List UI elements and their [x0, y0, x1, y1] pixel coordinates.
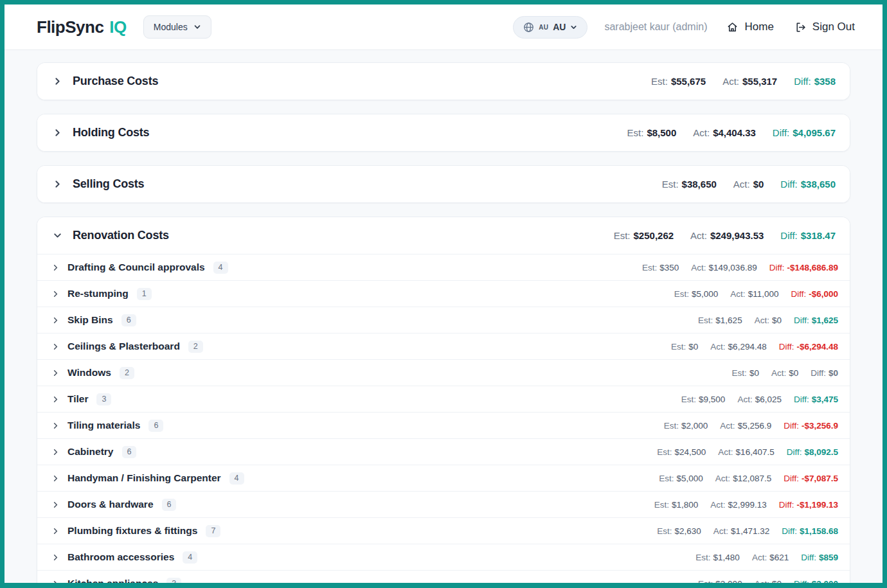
- item-count-badge: 6: [122, 446, 137, 458]
- subrow-totals: Est:$0 Act:$6,294.48 Diff:-$6,294.48: [671, 342, 838, 352]
- subrow-label: Plumbing fixtures & fittings: [67, 525, 197, 537]
- item-count-badge: 4: [229, 472, 244, 485]
- difference-value: Diff:$1,158.68: [782, 526, 838, 536]
- actual-total: Act:$55,317: [722, 76, 777, 87]
- cost-subrow[interactable]: Drafting & Council approvals 4 Est:$350 …: [37, 254, 850, 280]
- cost-subrow[interactable]: Windows 2 Est:$0 Act:$0 Diff:$0: [37, 359, 850, 386]
- locale-flag-code: AU: [539, 24, 548, 31]
- subrow-totals: Est:$9,500 Act:$6,025 Diff:$3,475: [681, 395, 838, 404]
- section-title: Renovation Costs: [73, 229, 169, 242]
- sign-out-label: Sign Out: [812, 21, 855, 33]
- section-totals: Est:$38,650 Act:$0 Diff:$38,650: [662, 179, 836, 190]
- chevron-down-icon: [53, 231, 62, 240]
- section-rows: Drafting & Council approvals 4 Est:$350 …: [37, 254, 850, 583]
- difference-value: Diff:$1,625: [794, 316, 838, 325]
- actual-total: Act:$249,943.53: [690, 230, 764, 241]
- estimate-value: Est:$9,500: [681, 395, 726, 404]
- section-totals: Est:$8,500 Act:$4,404.33 Diff:$4,095.67: [627, 127, 836, 138]
- cost-subrow[interactable]: Tiling materials 6 Est:$2,000 Act:$5,256…: [37, 412, 850, 438]
- cost-section-card: Purchase Costs Est:$55,675 Act:$55,317 D…: [37, 62, 850, 100]
- actual-value: Act:$0: [755, 316, 782, 325]
- difference-value: Diff:-$148,686.89: [769, 263, 838, 272]
- estimate-total: Est:$8,500: [627, 127, 677, 138]
- difference-value: Diff:-$6,294.48: [779, 342, 838, 352]
- item-count-badge: 6: [148, 420, 163, 432]
- actual-value: Act:$1,471.32: [713, 526, 769, 536]
- difference-total: Diff:$4,095.67: [773, 127, 836, 138]
- globe-icon: [523, 22, 534, 33]
- actual-total: Act:$4,404.33: [693, 127, 756, 138]
- item-count-badge: 1: [137, 288, 152, 300]
- cost-section-header[interactable]: Purchase Costs Est:$55,675 Act:$55,317 D…: [37, 63, 850, 100]
- cost-subrow[interactable]: Handyman / Finishing Carpenter 4 Est:$5,…: [37, 465, 850, 491]
- estimate-value: Est:$2,630: [657, 526, 701, 536]
- subrow-label: Windows: [67, 367, 111, 379]
- item-count-badge: 6: [121, 314, 136, 326]
- actual-value: Act:$6,294.48: [710, 342, 766, 352]
- chevron-right-icon: [51, 369, 60, 377]
- cost-section-header[interactable]: Renovation Costs Est:$250,262 Act:$249,9…: [37, 217, 850, 254]
- chevron-down-icon: [193, 23, 201, 31]
- difference-total: Diff:$38,650: [780, 179, 836, 190]
- section-title: Purchase Costs: [73, 75, 158, 88]
- difference-value: Diff:-$7,087.5: [784, 474, 838, 483]
- cost-subrow[interactable]: Ceilings & Plasterboard 2 Est:$0 Act:$6,…: [37, 333, 850, 359]
- chevron-right-icon: [51, 553, 60, 562]
- cost-subrow[interactable]: Re-stumping 1 Est:$5,000 Act:$11,000 Dif…: [37, 280, 850, 307]
- home-icon: [726, 21, 739, 33]
- subrow-totals: Est:$1,625 Act:$0 Diff:$1,625: [698, 316, 838, 325]
- item-count-badge: 4: [183, 551, 197, 564]
- difference-value: Diff:-$6,000: [791, 289, 838, 299]
- actual-value: Act:$621: [752, 553, 789, 562]
- estimate-value: Est:$24,500: [657, 447, 706, 457]
- subrow-label: Cabinetry: [67, 446, 114, 458]
- item-count-badge: 6: [162, 499, 177, 511]
- actual-value: Act:$12,087.5: [715, 474, 771, 483]
- cost-subrow[interactable]: Skip Bins 6 Est:$1,625 Act:$0 Diff:$1,62…: [37, 307, 850, 333]
- estimate-total: Est:$250,262: [614, 230, 674, 241]
- chevron-right-icon: [51, 395, 60, 404]
- cost-section-header[interactable]: Selling Costs Est:$38,650 Act:$0 Diff:$3…: [37, 166, 850, 202]
- estimate-value: Est:$0: [732, 368, 759, 378]
- subrow-totals: Est:$0 Act:$0 Diff:$0: [732, 368, 838, 378]
- cost-section-card: Selling Costs Est:$38,650 Act:$0 Diff:$3…: [37, 165, 850, 203]
- cost-subrow[interactable]: Cabinetry 6 Est:$24,500 Act:$16,407.5 Di…: [37, 438, 850, 465]
- difference-value: Diff:$859: [801, 553, 838, 562]
- cost-subrow[interactable]: Tiler 3 Est:$9,500 Act:$6,025 Diff:$3,47…: [37, 386, 850, 412]
- app-logo[interactable]: FlipSync IQ: [37, 17, 127, 37]
- modules-dropdown-button[interactable]: Modules: [143, 15, 211, 39]
- estimate-value: Est:$1,625: [698, 316, 742, 325]
- estimate-total: Est:$55,675: [651, 76, 706, 87]
- actual-value: Act:$149,036.89: [691, 263, 757, 272]
- item-count-badge: 3: [96, 393, 111, 405]
- logo-suffix-text: IQ: [109, 17, 126, 37]
- subrow-totals: Est:$2,630 Act:$1,471.32 Diff:$1,158.68: [657, 526, 838, 536]
- subrow-label: Skip Bins: [67, 314, 113, 326]
- section-totals: Est:$55,675 Act:$55,317 Diff:$358: [651, 76, 836, 87]
- actual-total: Act:$0: [733, 179, 764, 190]
- cost-subrow[interactable]: Doors & hardware 6 Est:$1,800 Act:$2,999…: [37, 491, 850, 517]
- chevron-right-icon: [51, 290, 60, 298]
- cost-subrow[interactable]: Plumbing fixtures & fittings 7 Est:$2,63…: [37, 517, 850, 544]
- sign-out-icon: [794, 21, 807, 33]
- cost-subrow[interactable]: Bathroom accessories 4 Est:$1,480 Act:$6…: [37, 544, 850, 570]
- subrow-totals: Est:$24,500 Act:$16,407.5 Diff:$8,092.5: [657, 447, 838, 457]
- subrow-totals: Est:$2,000 Act:$5,256.9 Diff:-$3,256.9: [664, 421, 838, 431]
- subrow-label: Handyman / Finishing Carpenter: [67, 472, 221, 484]
- subrow-totals: Est:$1,480 Act:$621 Diff:$859: [695, 553, 838, 562]
- chevron-right-icon: [51, 580, 60, 584]
- subrow-totals: Est:$3,000 Act:$0 Diff:$3,000: [698, 579, 838, 584]
- sign-out-link[interactable]: Sign Out: [794, 21, 855, 33]
- chevron-right-icon: [51, 448, 60, 456]
- subrow-label: Bathroom accessories: [67, 551, 174, 563]
- actual-value: Act:$6,025: [737, 395, 782, 404]
- section-title: Holding Costs: [73, 126, 149, 139]
- subrow-label: Re-stumping: [67, 288, 129, 299]
- actual-value: Act:$11,000: [730, 289, 778, 299]
- cost-subrow[interactable]: Kitchen appliances 3 Est:$3,000 Act:$0 D…: [37, 570, 850, 583]
- locale-selector[interactable]: AU AU: [513, 16, 587, 39]
- logo-brand-text: FlipSync: [37, 17, 103, 37]
- subrow-label: Doors & hardware: [67, 499, 154, 510]
- home-link[interactable]: Home: [726, 21, 773, 33]
- cost-section-header[interactable]: Holding Costs Est:$8,500 Act:$4,404.33 D…: [37, 114, 850, 151]
